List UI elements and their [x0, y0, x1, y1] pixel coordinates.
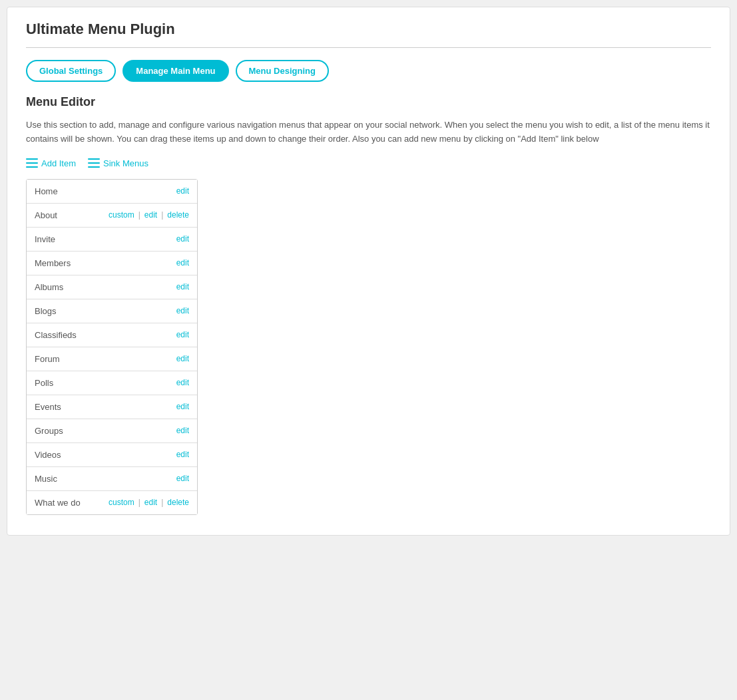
menu-item: Videosedit: [27, 443, 197, 467]
action-links: Add Item Sink Menus: [26, 158, 711, 168]
menu-item-actions: edit: [176, 306, 189, 315]
menu-item-custom-link[interactable]: custom: [109, 498, 134, 507]
menu-item-edit-link[interactable]: edit: [176, 426, 189, 435]
menu-item: What we docustom|edit|delete: [27, 491, 197, 514]
menu-item-actions: edit: [176, 330, 189, 339]
add-item-icon: [26, 158, 38, 168]
menu-item-edit-link[interactable]: edit: [144, 498, 157, 507]
menu-item-edit-link[interactable]: edit: [144, 210, 157, 220]
menu-item-name: Events: [35, 402, 61, 412]
menu-item-edit-link[interactable]: edit: [176, 234, 189, 244]
menu-item-edit-link[interactable]: edit: [176, 186, 189, 196]
menu-item-actions: edit: [176, 474, 189, 483]
menu-item: Blogsedit: [27, 299, 197, 323]
menu-item-name: Groups: [35, 426, 63, 436]
section-description: Use this section to add, manage and conf…: [26, 118, 711, 146]
menu-item-name: Blogs: [35, 306, 57, 316]
menu-item-edit-link[interactable]: edit: [176, 282, 189, 291]
menu-item: Pollsedit: [27, 371, 197, 395]
action-separator: |: [138, 498, 140, 507]
page-wrapper: Ultimate Menu Plugin Global Settings Man…: [7, 7, 730, 536]
menu-item-actions: edit: [176, 354, 189, 363]
menu-item-name: Music: [35, 474, 57, 484]
menu-item-name: Members: [35, 258, 71, 268]
menu-item-name: Videos: [35, 450, 61, 460]
menu-item: Groupsedit: [27, 419, 197, 443]
menu-item: Albumsedit: [27, 275, 197, 299]
menu-item-actions: edit: [176, 282, 189, 291]
menu-item: Forumedit: [27, 347, 197, 371]
menu-item-actions: edit: [176, 378, 189, 387]
menu-item: Membersedit: [27, 252, 197, 275]
menu-item-name: Home: [35, 186, 58, 196]
menu-item: Aboutcustom|edit|delete: [27, 204, 197, 228]
menu-item-edit-link[interactable]: edit: [176, 354, 189, 363]
divider: [26, 47, 711, 48]
menu-item-name: About: [35, 210, 57, 220]
action-separator: |: [138, 210, 140, 220]
menu-item-delete-link[interactable]: delete: [167, 210, 189, 220]
menu-item-actions: edit: [176, 234, 189, 244]
sink-menus-link[interactable]: Sink Menus: [88, 158, 148, 168]
menu-item-name: Classifieds: [35, 330, 77, 340]
action-separator: |: [161, 498, 163, 507]
menu-item-delete-link[interactable]: delete: [167, 498, 189, 507]
menu-item-actions: custom|edit|delete: [109, 498, 189, 507]
menu-item-name: What we do: [35, 498, 81, 508]
menu-item-actions: edit: [176, 402, 189, 411]
add-item-link[interactable]: Add Item: [26, 158, 76, 168]
tab-global-settings[interactable]: Global Settings: [26, 60, 116, 82]
sink-menus-icon: [88, 158, 100, 168]
menu-item-edit-link[interactable]: edit: [176, 450, 189, 459]
menu-item-custom-link[interactable]: custom: [109, 210, 134, 220]
menu-list: HomeeditAboutcustom|edit|deleteInviteedi…: [26, 179, 198, 515]
menu-item-actions: edit: [176, 450, 189, 459]
menu-item: Homeedit: [27, 180, 197, 204]
menu-item-actions: edit: [176, 258, 189, 267]
menu-item-edit-link[interactable]: edit: [176, 330, 189, 339]
tab-menu-designing[interactable]: Menu Designing: [236, 60, 329, 82]
menu-item-name: Albums: [35, 282, 63, 292]
action-separator: |: [161, 210, 163, 220]
page-title: Ultimate Menu Plugin: [26, 21, 711, 38]
menu-item-edit-link[interactable]: edit: [176, 258, 189, 267]
menu-item-edit-link[interactable]: edit: [176, 306, 189, 315]
menu-item-actions: custom|edit|delete: [109, 210, 189, 220]
tab-manage-main-menu[interactable]: Manage Main Menu: [123, 60, 228, 82]
menu-item-name: Polls: [35, 378, 53, 388]
tab-bar: Global Settings Manage Main Menu Menu De…: [26, 60, 711, 82]
menu-item-name: Invite: [35, 234, 55, 244]
menu-item-edit-link[interactable]: edit: [176, 378, 189, 387]
menu-item: Eventsedit: [27, 395, 197, 419]
menu-item: Inviteedit: [27, 228, 197, 252]
menu-item-edit-link[interactable]: edit: [176, 402, 189, 411]
menu-item-actions: edit: [176, 186, 189, 196]
menu-item-edit-link[interactable]: edit: [176, 474, 189, 483]
menu-item-actions: edit: [176, 426, 189, 435]
section-title: Menu Editor: [26, 95, 711, 109]
menu-item: Classifiedsedit: [27, 323, 197, 347]
menu-item: Musicedit: [27, 467, 197, 491]
menu-item-name: Forum: [35, 354, 60, 364]
